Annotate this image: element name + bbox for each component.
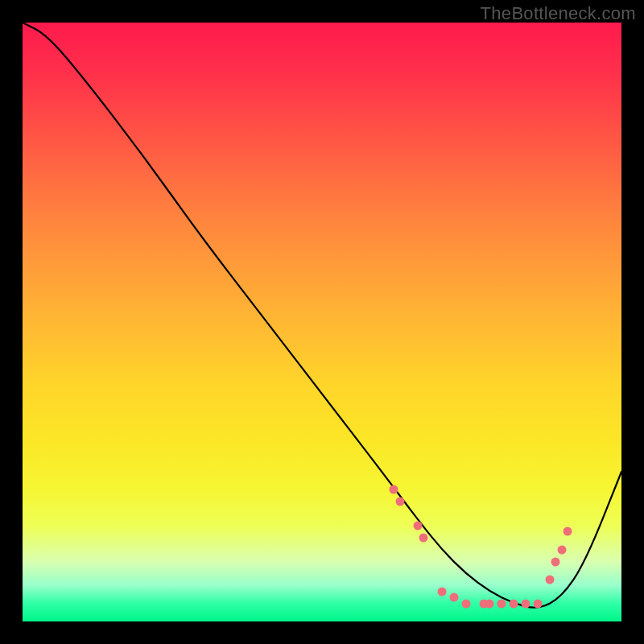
chart-marker	[510, 599, 518, 608]
chart-plot-area	[23, 23, 621, 621]
chart-marker	[437, 587, 446, 596]
chart-marker	[449, 593, 458, 602]
chart-marker	[497, 599, 506, 608]
chart-marker	[545, 575, 554, 584]
chart-marker	[551, 557, 560, 566]
chart-marker	[419, 533, 428, 542]
watermark-text: TheBottleneck.com	[481, 3, 636, 24]
chart-marker	[390, 485, 398, 494]
chart-marker	[557, 545, 566, 554]
chart-marker	[461, 599, 470, 608]
chart-marker	[521, 599, 530, 608]
chart-marker	[564, 527, 572, 536]
chart-marker	[485, 599, 494, 608]
chart-marker	[533, 599, 542, 608]
chart-marker	[414, 521, 423, 530]
bottleneck-curve	[23, 23, 621, 621]
chart-marker	[395, 497, 404, 506]
